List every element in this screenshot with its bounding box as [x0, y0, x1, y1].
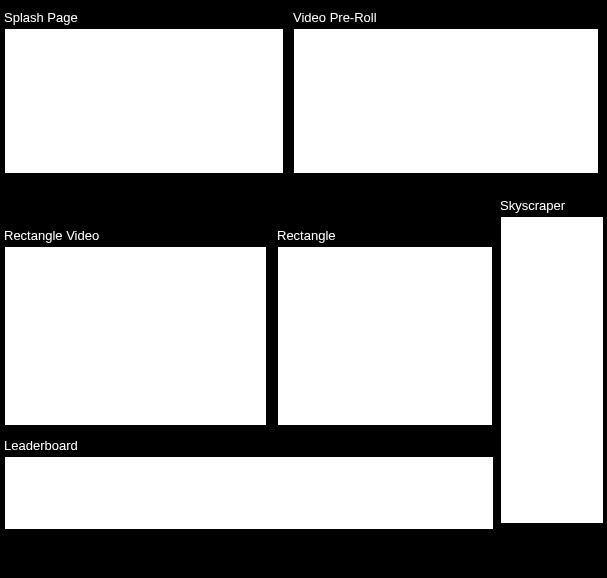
placeholder-leaderboard [4, 456, 494, 530]
unit-video-preroll: Video Pre-Roll [293, 10, 599, 174]
label-rectangle: Rectangle [277, 228, 493, 243]
placeholder-rectangle [277, 246, 493, 426]
unit-rectangle-video: Rectangle Video [4, 228, 267, 426]
label-leaderboard: Leaderboard [4, 438, 494, 453]
unit-skyscraper: Skyscraper [500, 198, 604, 524]
label-video-preroll: Video Pre-Roll [293, 10, 599, 25]
placeholder-video-preroll [293, 28, 599, 174]
ad-layout-diagram: Splash Page Video Pre-Roll Rectangle Vid… [0, 0, 607, 578]
unit-splash-page: Splash Page [4, 10, 284, 174]
label-rectangle-video: Rectangle Video [4, 228, 267, 243]
label-splash-page: Splash Page [4, 10, 284, 25]
label-skyscraper: Skyscraper [500, 198, 604, 213]
unit-rectangle: Rectangle [277, 228, 493, 426]
unit-leaderboard: Leaderboard [4, 438, 494, 530]
placeholder-rectangle-video [4, 246, 267, 426]
placeholder-splash-page [4, 28, 284, 174]
placeholder-skyscraper [500, 216, 604, 524]
